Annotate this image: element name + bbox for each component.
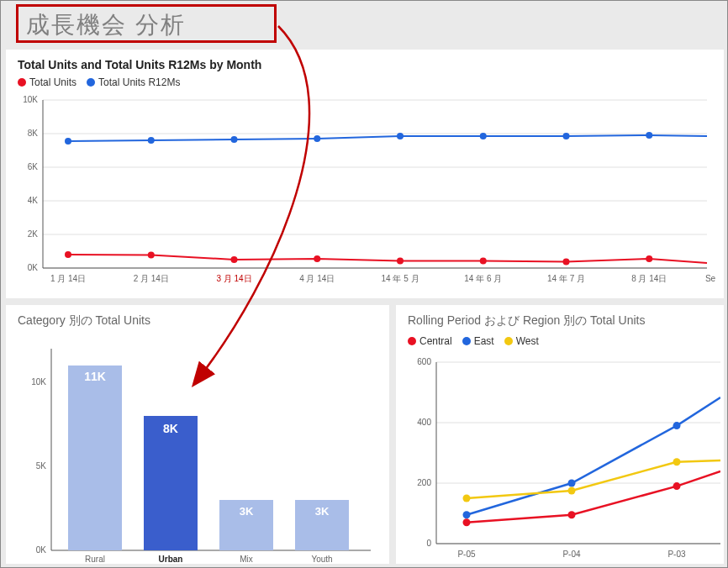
svg-point-11 [314,135,320,142]
series-total-units [68,255,707,263]
svg-point-32 [463,511,471,518]
svg-point-22 [563,258,570,265]
legend-dot-icon [504,337,513,345]
svg-point-14 [563,133,570,139]
svg-point-35 [463,495,471,502]
y-tick: 2K [28,229,39,239]
page-title: 成長機会 分析 [26,9,186,41]
x-tick: 14 年 7 月 [547,274,585,283]
svg-point-9 [148,137,155,144]
series-east [467,397,720,515]
chart-card-totals-by-month[interactable]: Total Units and Total Units R12Ms by Mon… [6,50,724,298]
legend-label: East [474,335,494,347]
y-tick: 200 [417,478,431,487]
bar-label: 3K [315,505,330,518]
bar-rural[interactable] [68,366,122,550]
series-total-units-points [65,251,652,265]
series-central [467,471,720,523]
chart3-plot: 0 200 400 600 P-05 P-04 P-03 [408,350,720,559]
y-tick: 400 [417,418,431,427]
series-west [467,460,720,498]
y-tick: 600 [417,357,431,366]
x-tick: 14 年 5 月 [381,274,419,283]
svg-point-37 [673,458,681,465]
svg-point-18 [231,256,238,263]
legend-dot-icon [87,78,95,87]
legend-label: Central [419,335,452,347]
svg-point-23 [646,255,652,262]
y-tick: 6K [28,162,39,171]
y-tick: 5K [36,461,47,471]
bar-label: 11K [84,370,106,383]
svg-point-20 [397,258,404,265]
x-tick: Mix [240,555,253,564]
y-tick: 8K [28,129,39,138]
legend-label: Total Units R12Ms [98,76,180,88]
legend-item-east[interactable]: East [462,335,494,347]
svg-point-21 [480,258,487,265]
legend-dot-icon [18,78,26,87]
x-tick: 14 年 6 月 [464,274,502,283]
x-tick: Rural [85,555,105,564]
svg-point-39 [568,511,576,518]
legend-item-total-units-r12ms[interactable]: Total Units R12Ms [87,76,180,88]
series-r12ms [68,135,707,141]
svg-point-15 [646,132,652,139]
legend-dot-icon [462,337,471,345]
x-tick: Youth [311,555,332,564]
svg-point-16 [65,251,71,258]
y-tick: 0K [36,545,47,555]
svg-point-40 [673,482,681,490]
svg-point-34 [673,422,681,429]
svg-point-36 [568,487,576,495]
svg-point-38 [463,518,471,526]
y-tick: 10K [23,95,38,104]
y-tick: 0K [28,263,39,272]
bar-label: 8K [163,422,178,435]
chart-card-category-totals[interactable]: Category 別の Total Units 0K 5K 10K 11K 8K… [6,305,389,564]
legend-item-west[interactable]: West [504,335,539,347]
svg-point-12 [397,133,404,139]
x-tick: P-05 [457,550,476,559]
legend-dot-icon [408,337,416,345]
svg-point-19 [314,255,320,262]
x-tick: 8 月 14日 [631,274,667,283]
y-tick: 10K [31,377,46,387]
x-tick: P-03 [667,550,686,559]
chart1-title: Total Units and Total Units R12Ms by Mon… [18,58,712,71]
bar-urban[interactable] [144,416,198,550]
x-tick: 2 月 14日 [134,274,169,283]
svg-point-10 [231,136,238,143]
chart1-plot: 0K 2K 4K 6K 8K 10K 1 月 14日 2 月 14日 [18,92,715,293]
svg-point-8 [65,138,71,145]
x-tick: 4 月 14日 [299,274,335,283]
svg-point-17 [148,251,155,258]
chart1-legend: Total Units Total Units R12Ms [18,76,712,88]
legend-item-total-units[interactable]: Total Units [18,76,76,88]
x-tick-highlighted: Urban [159,555,183,564]
svg-point-13 [480,133,487,139]
bar-label: 3K [240,505,254,518]
chart-card-rolling-region[interactable]: Rolling Period および Region 別の Total Units… [396,305,724,564]
legend-item-central[interactable]: Central [408,335,452,347]
x-tick: Se [705,274,715,283]
svg-point-33 [568,480,576,487]
chart3-title: Rolling Period および Region 別の Total Units [408,313,712,329]
chart2-title: Category 別の Total Units [18,313,377,329]
y-tick: 0 [426,539,431,548]
chart2-plot: 0K 5K 10K 11K 8K 3K 3K Rural Urban Mix Y… [18,335,379,564]
legend-label: Total Units [29,76,76,88]
x-tick-highlighted: 3 月 14日 [216,274,251,283]
x-tick: 1 月 14日 [50,274,86,283]
y-tick: 4K [28,196,39,205]
x-tick: P-04 [562,550,581,559]
legend-label: West [516,335,539,347]
chart3-legend: Central East West [408,335,712,347]
